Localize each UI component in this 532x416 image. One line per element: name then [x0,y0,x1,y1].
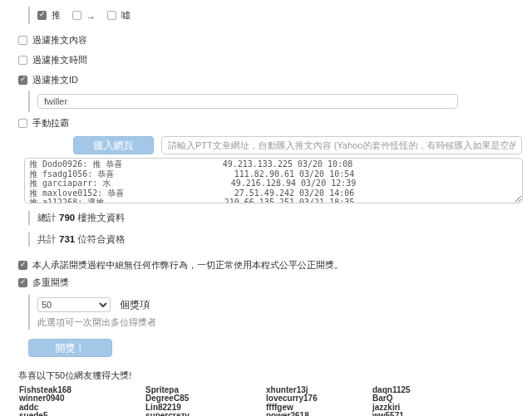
total-stat-suffix: 樓推文資料 [77,213,126,223]
filter-content-row: 過濾推文內容 [18,34,523,46]
draw-button[interactable]: 開獎！ [28,339,112,357]
stats-section: 總計790樓推文資料 共計731位符合資格 [17,211,523,247]
manual-slot-row: 手動拉霸 [18,117,523,130]
winner-name: power2618 [266,412,372,416]
winner-column: Fishsteak168winner0940addcsuede5jayleeje… [19,386,145,416]
manual-slot-checkbox[interactable] [18,119,27,128]
push-checkbox[interactable] [37,11,47,20]
arrow-checkbox-label: → [86,11,96,21]
arrow-checkbox[interactable] [72,11,81,20]
qualified-stat-prefix: 共計 [37,234,57,244]
import-url-button[interactable]: 匯入網頁 [73,136,154,154]
filter-id-row: 過濾推文ID [18,74,523,86]
boo-checkbox-label: 噓 [121,9,131,22]
push-type-item: → [72,11,96,21]
qualified-stat-value: 731 [59,234,75,244]
prize-count-select[interactable]: 50 [37,297,111,312]
winner-column: daqn1125BarQjazzkiriww5571Barnesgyhsiaoj… [372,386,420,416]
winner-name: ww5571 [372,412,420,416]
qualified-stat: 共計731位符合資格 [28,232,523,247]
filter-time-checkbox[interactable] [18,56,27,65]
filter-content-label: 過濾推文內容 [32,34,87,46]
winner-column: xhunter13jlovecurry176ffffgewpower2618rh… [266,386,372,416]
push-type-item: 推 [37,9,61,22]
push-type-item: 噓 [107,9,131,22]
import-row: 匯入網頁 [73,136,523,154]
manual-slot-label: 手動拉霸 [32,117,69,130]
filter-id-input[interactable] [37,94,458,109]
push-checkbox-label: 推 [52,9,61,22]
multi-draw-hint: 此選項可一次開出多位得獎者 [37,316,523,329]
multi-draw-checkbox[interactable] [18,278,27,287]
filter-id-label: 過濾推文ID [32,74,78,86]
winner-name: suede5 [19,412,145,416]
ptt-lottery-tool-page: 推 → 噓 過濾推文內容 過濾推文時間 過濾推文ID 手動拉霸 匯入網頁 推 D… [0,0,532,416]
pledge-checkbox[interactable] [18,261,27,270]
article-url-input[interactable] [161,136,522,154]
pledge-row: 本人承諾開獎過程中絕無任何作弊行為，一切正常使用本程式公平公正開獎。 [18,259,523,272]
multi-draw-label: 多重開獎 [32,277,69,289]
winner-name: supercrazy [145,412,266,416]
winner-column: SpritepaDegreeC85Lin82219supercrazyFaker… [145,386,266,416]
winner-columns: Fishsteak168winner0940addcsuede5jayleeje… [19,386,523,416]
total-stat-prefix: 總計 [37,213,57,223]
push-data-textarea[interactable]: 推 Dodo0926: 推 恭喜 49.213.133.225 03/20 10… [24,158,523,203]
pledge-label: 本人承諾開獎過程中絕無任何作弊行為，一切正常使用本程式公平公正開獎。 [32,259,343,272]
filter-id-checkbox[interactable] [18,76,27,85]
prize-count-suffix-label: 個獎項 [120,298,150,312]
multi-draw-row: 多重開獎 [18,277,523,289]
prize-count-group: 50 個獎項 此選項可一次開出多位得獎者 [28,295,523,330]
push-type-filter-group: 推 → 噓 [28,7,523,24]
filter-time-row: 過濾推文時間 [18,54,523,66]
total-stat-value: 790 [59,213,75,223]
total-push-stat: 總計790樓推文資料 [28,211,523,225]
qualified-stat-suffix: 位符合資格 [77,234,126,244]
results-heading: 恭喜以下50位網友獲得大獎! [18,370,523,382]
filter-time-label: 過濾推文時間 [32,54,87,66]
filter-content-checkbox[interactable] [18,36,27,45]
filter-id-input-group [28,91,523,112]
boo-checkbox[interactable] [107,11,116,20]
